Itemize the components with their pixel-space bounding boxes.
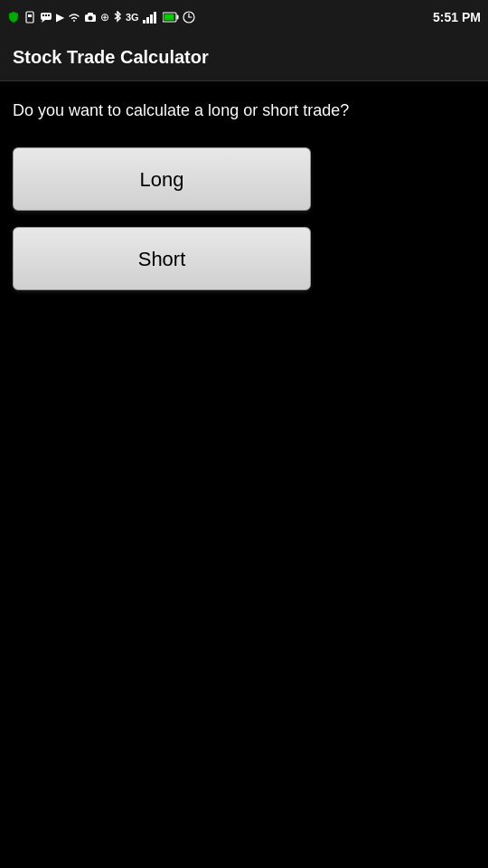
sim-icon (23, 11, 36, 24)
status-time: 5:51 PM (433, 10, 481, 24)
main-content: Do you want to calculate a long or short… (0, 81, 488, 325)
status-bar: ▶ ⊕ 3G (0, 0, 488, 34)
bluetooth-icon (113, 11, 122, 24)
shield-icon (7, 11, 20, 24)
camera-icon (84, 11, 97, 24)
app-title: Stock Trade Calculator (13, 47, 209, 68)
battery-icon (163, 12, 179, 23)
long-button[interactable]: Long (13, 147, 311, 211)
svg-marker-3 (42, 20, 45, 23)
status-bar-left-icons: ▶ ⊕ 3G (7, 11, 195, 24)
crosshair-icon: ⊕ (100, 11, 109, 24)
signal-icon (143, 11, 159, 24)
status-bar-right: 5:51 PM (433, 10, 481, 24)
play-icon: ▶ (56, 11, 64, 24)
svg-rect-11 (146, 17, 149, 24)
svg-rect-12 (150, 14, 153, 24)
short-button[interactable]: Short (13, 227, 311, 290)
svg-rect-1 (28, 14, 32, 17)
title-bar: Stock Trade Calculator (0, 34, 488, 81)
svg-rect-13 (154, 12, 156, 24)
svg-rect-5 (45, 14, 47, 16)
talk-icon (40, 11, 52, 24)
wifi-icon (68, 11, 80, 24)
svg-rect-4 (42, 14, 44, 16)
question-label: Do you want to calculate a long or short… (13, 99, 475, 122)
svg-rect-10 (143, 20, 145, 24)
3g-icon: 3G (126, 12, 139, 23)
svg-rect-15 (176, 15, 178, 20)
svg-point-8 (89, 16, 93, 21)
svg-rect-6 (48, 14, 50, 16)
svg-rect-16 (164, 14, 174, 21)
svg-rect-9 (88, 13, 93, 15)
clock-icon (183, 11, 195, 24)
